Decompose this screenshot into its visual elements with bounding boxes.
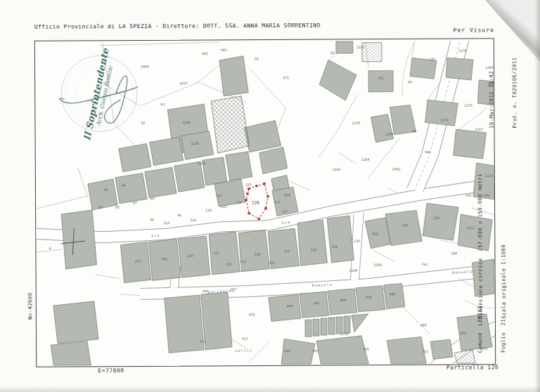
parcel-number-label: 940 (425, 150, 431, 154)
parcel-number-label: 207 (187, 254, 193, 258)
parcel-number-label: 1027 (179, 81, 188, 85)
parcel-number-label: 151 (378, 77, 384, 80)
parcel-number-label: 81 (104, 188, 108, 192)
parcel-number-label: 905 (363, 348, 369, 351)
parcel-number-label: 218 (310, 248, 316, 251)
parcel-number-label: 1184 (361, 158, 370, 162)
parcel-number-label: 82 (330, 51, 335, 55)
parcel-number-label: 112 (216, 194, 222, 197)
parcel-number-label: 88 (98, 206, 103, 209)
parcel-number-label: 448 (420, 323, 427, 327)
parcel-number-label: 642 (221, 48, 227, 52)
north-coordinate-value: N=-42600 (26, 292, 34, 320)
parcel-number-label: 1168 (385, 133, 394, 136)
street-name-label: Via (151, 233, 160, 237)
parcel-number-label: 253 (134, 259, 141, 263)
highlight-vertex-marker (248, 212, 250, 214)
parcel-number-label: 98 (150, 218, 154, 221)
parcel-number-label: 1162 (440, 118, 449, 122)
parcel-number-label: 400 (287, 304, 293, 308)
parcel-number-label: 229 (331, 245, 338, 249)
parcel-number-label: 214 (254, 253, 260, 256)
parcel-number-label: 87 (133, 201, 137, 204)
parcel-number-label: 175 (429, 58, 435, 61)
parcel-number-label: 93 (150, 197, 155, 200)
east-coordinate-text: E=77800 (98, 367, 124, 374)
parcel-number-label: 805 (312, 349, 319, 353)
parcel-number-label: 571 (283, 76, 289, 79)
parcel-number-label: 752 (422, 350, 428, 353)
north-coordinate-text: N=-42600 (11, 292, 49, 320)
parcel-number-label: 110 (205, 209, 212, 212)
parcel-number-label: 1175 (464, 104, 472, 107)
parcel-number-label: 1082 (392, 168, 401, 171)
comune-text: Comune LERICI (476, 306, 484, 353)
parcel-number-label: 4 (49, 247, 51, 250)
original-scale-text: Scala originale 1:1000 (499, 174, 508, 319)
parcel-number-label: 248 (451, 251, 457, 255)
highlight-vertex-marker (248, 188, 250, 190)
highlight-vertex-marker (264, 207, 266, 209)
particella-label: Particella 126 (420, 364, 499, 371)
parcel-number-label: 763 (422, 263, 428, 266)
street-name-label: Larici (235, 348, 252, 353)
foglio-text: Foglio 21 (499, 306, 507, 353)
parcel-number-label: 1192 (333, 168, 341, 171)
parcel-number-label: 1103 (356, 46, 365, 49)
parcel-number-label: 125 (245, 183, 252, 187)
parcel-number-label: 211 (240, 260, 246, 263)
parcel-number-label: 202 (161, 257, 167, 261)
protocol-date-vertical-text: 16-Mar-2011 15:42 Prot. n. T029106/2011 (472, 57, 534, 129)
parcel-number-label: 1226 (182, 121, 191, 124)
parcel-number-label: 1199 (340, 332, 349, 336)
parcel-number-label: 119 (163, 221, 169, 225)
per-visura-label: Per Visura (430, 27, 494, 33)
parcel-number-label: 219 (268, 261, 274, 264)
parcel-number-label: 1138 (352, 122, 360, 125)
parcel-number-label: 239 (433, 216, 439, 220)
parcel-number-label: 1228 (198, 162, 206, 165)
parcel-number-label: 113 (221, 205, 227, 209)
highlight-vertex-marker (245, 199, 247, 201)
scan-content: Ufficio Provinciale di LA SPEZIA - Diret… (0, 0, 540, 392)
comune-foglio-vertical-text: Comune LERICI Foglio 21 (461, 305, 522, 353)
superintendent-stamp: Il Soprintendente Arch. Giorgio Rossini (57, 43, 142, 149)
parcel-number-label: 871 (200, 340, 206, 344)
parcel-number-label: 85 (115, 206, 120, 209)
protocol-number-text: Prot. n. T029106/2011 (510, 58, 519, 129)
parcel-number-label: 1179 (458, 49, 467, 53)
parcel-number-label: 1194 (349, 269, 358, 273)
parcel-number-label: 80 (408, 80, 412, 84)
highlight-vertex-marker (257, 218, 259, 220)
bottom-edge-shadow (0, 386, 540, 392)
parcel-number-label: 127 (274, 200, 281, 204)
parcel-number-label: 84 (122, 184, 126, 188)
parcel-number-label: 50 (255, 58, 259, 61)
parcel-number-label: 234 (401, 223, 408, 227)
parcel-number-label: 212 (226, 263, 232, 266)
parcel-number-label: 215 (283, 249, 290, 253)
parcel-number-label: 213 (213, 251, 219, 255)
scale-vertical-text: Dimensione cornice 257.000 x 159.000 met… (461, 174, 523, 320)
parcel-number-label: 406 (340, 299, 347, 302)
parcel-number-label: 643 (202, 52, 208, 55)
parcel-number-label: 83 (160, 103, 165, 106)
parcel-number-label: 472 (249, 313, 255, 317)
highlight-vertex-marker (263, 183, 265, 185)
parcel-number-label: 116 (190, 218, 196, 222)
parcel-number-label: 1009 (141, 65, 149, 68)
parcel-number-label: 835 (372, 233, 378, 236)
parcel-number-label: 604 (284, 193, 290, 197)
highlight-parcel-126: 126 (245, 183, 269, 221)
highlight-parcel-label: 126 (252, 200, 259, 205)
parcel-number-label: 86 (413, 129, 417, 133)
office-header-text: Ufficio Provinciale di LA SPEZIA - Diret… (34, 22, 321, 30)
highlight-vertex-marker (255, 185, 257, 187)
parcel-number-label: 402 (314, 301, 320, 305)
parcel-number-label: 694 (284, 349, 290, 353)
highlight-vertex-marker (246, 192, 248, 195)
right-edge-shadow (534, 0, 540, 392)
frame-dimension-text: Dimensione cornice 257.000 x 159.000 met… (476, 174, 484, 319)
scanned-cadastral-extract: Ufficio Provinciale di LA SPEZIA - Diret… (0, 0, 540, 392)
parcel-number-label: 118 (236, 201, 242, 204)
